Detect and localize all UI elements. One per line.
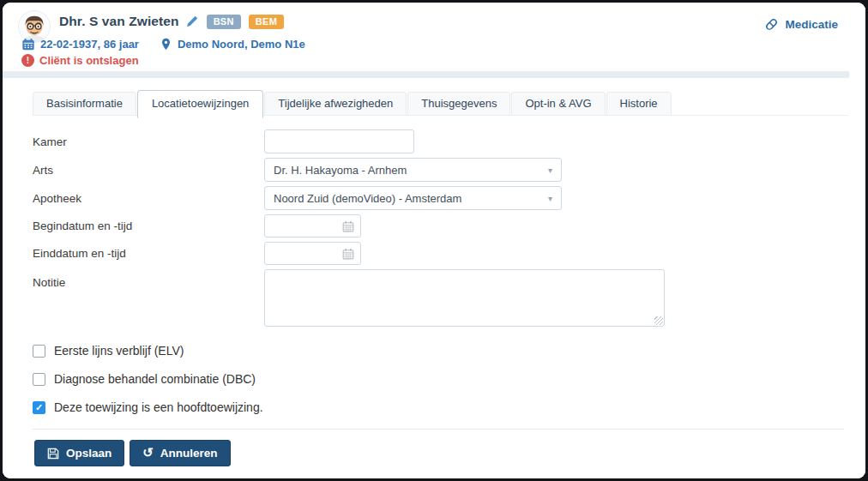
client-meta-row: 22-02-1937, 86 jaar Demo Noord, Demo N1e [21,37,305,51]
save-button[interactable]: Opslaan [34,440,124,466]
form-row-kamer: Kamer [33,129,835,153]
medicatie-link[interactable]: Medicatie [764,17,838,32]
begindatum-label: Begindatum en -tijd [33,219,264,232]
form-row-apotheek: Apotheek Noord Zuid (demoVideo) - Amster… [33,186,835,210]
dbc-checkbox-label: Diagnose behandel combinatie (DBC) [54,372,256,386]
tab-tijdelijke-afwezigheden[interactable]: Tijdelijke afwezigheden [264,92,407,116]
form-row-arts: Arts Dr. H. Hakayoma - Arnhem ▾ [33,158,835,182]
hoofdtoewijzing-checkbox[interactable]: ✓ [33,401,45,414]
tab-historie[interactable]: Historie [606,92,672,116]
begindatum-input[interactable] [264,214,361,237]
checkbox-group: Eerste lijns verblijf (ELV) Diagnose beh… [33,344,835,414]
location-assignment-form: Kamer Arts Dr. H. Hakayoma - Arnhem ▾ Ap… [33,129,835,327]
kamer-label: Kamer [33,135,264,148]
apotheek-select[interactable]: Noord Zuid (demoVideo) - Amsterdam ▾ [264,186,562,210]
tab-bar: Basisinformatie Locatietoewijzingen Tijd… [33,91,848,117]
checkbox-row-elv[interactable]: Eerste lijns verblijf (ELV) [33,344,835,358]
client-name: Dhr. S van Zwieten [59,14,179,29]
app-window: Dhr. S van Zwieten BSN BEM [3,3,865,478]
notitie-label: Notitie [33,269,264,289]
arts-select-value: Dr. H. Hakayoma - Arnhem [274,164,407,177]
elv-checkbox[interactable] [33,345,45,358]
notitie-textarea[interactable] [264,269,665,327]
cancel-button-label: Annuleren [160,447,218,460]
elv-checkbox-label: Eerste lijns verblijf (ELV) [54,344,184,358]
chevron-down-icon: ▾ [548,165,552,175]
birthdate-text: 22-02-1937, 86 jaar [40,38,139,51]
checkbox-row-dbc[interactable]: Diagnose behandel combinatie (DBC) [33,372,835,386]
checkbox-row-hoofdtoewijzing[interactable]: ✓ Deze toewijzing is een hoofdtoewijzing… [33,400,835,414]
birthdate-item: 22-02-1937, 86 jaar [21,38,139,51]
einddatum-label: Einddatum en -tijd [33,247,264,260]
alert-text: Cliënt is ontslagen [39,54,139,67]
dbc-checkbox[interactable] [33,373,45,386]
arts-label: Arts [33,164,264,177]
footer-divider [33,429,844,430]
apotheek-label: Apotheek [33,192,264,205]
form-row-begindatum: Begindatum en -tijd [33,214,835,237]
arts-select[interactable]: Dr. H. Hakayoma - Arnhem ▾ [264,158,562,182]
location-text: Demo Noord, Demo N1e [178,38,305,51]
edit-pencil-icon[interactable] [185,15,199,28]
location-item[interactable]: Demo Noord, Demo N1e [160,37,305,51]
screenshot-frame: Dhr. S van Zwieten BSN BEM [0,0,868,481]
header-divider-strip [3,71,849,78]
calendar-icon [21,38,35,51]
kamer-input[interactable] [264,129,414,153]
cancel-button[interactable]: ↺ Annuleren [130,440,230,466]
main-content: Basisinformatie Locatietoewijzingen Tijd… [3,78,865,478]
bsn-badge[interactable]: BSN [207,15,241,29]
form-row-notitie: Notitie [33,269,835,327]
calendar-picker-icon [342,220,354,232]
form-row-einddatum: Einddatum en -tijd [33,242,835,265]
notitie-textarea-wrap [264,269,665,327]
save-button-label: Opslaan [66,447,112,460]
tab-basisinformatie[interactable]: Basisinformatie [33,92,136,116]
apotheek-select-value: Noord Zuid (demoVideo) - Amsterdam [274,192,461,205]
save-icon [47,448,59,460]
tab-locatietoewijzingen[interactable]: Locatietoewijzingen [137,90,263,118]
location-pin-icon [160,37,172,51]
tab-opt-in-avg[interactable]: Opt-in & AVG [511,92,605,116]
medicatie-label: Medicatie [785,18,838,31]
alert-icon: ! [21,54,34,67]
client-alert-row: ! Cliënt is ontslagen [21,54,139,67]
undo-icon: ↺ [142,446,154,459]
hoofdtoewijzing-checkbox-label: Deze toewijzing is een hoofdtoewijzing. [54,400,263,414]
einddatum-input[interactable] [264,242,361,265]
calendar-picker-icon [342,248,354,260]
client-header: Dhr. S van Zwieten BSN BEM [3,3,865,71]
chevron-down-icon: ▾ [548,194,552,203]
client-name-row: Dhr. S van Zwieten BSN BEM [59,14,284,29]
pill-icon [764,17,779,32]
bem-badge[interactable]: BEM [249,15,284,29]
form-actions: Opslaan ↺ Annuleren [34,440,835,466]
resize-handle[interactable] [654,316,663,325]
tab-thuisgegevens[interactable]: Thuisgegevens [407,92,510,116]
